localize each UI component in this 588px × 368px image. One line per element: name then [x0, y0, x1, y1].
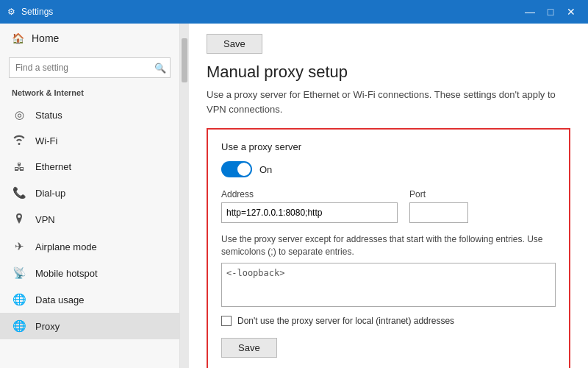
- ethernet-icon: 🖧: [12, 160, 26, 173]
- content-area: Save Manual proxy setup Use a proxy serv…: [189, 24, 588, 368]
- title-bar-title: Settings: [21, 7, 53, 17]
- scrollbar[interactable]: [180, 24, 189, 368]
- exceptions-label: Use the proxy server except for addresse…: [221, 233, 556, 258]
- sidebar-item-dialup[interactable]: 📞 Dial-up: [0, 180, 179, 206]
- search-icon: 🔍: [154, 63, 166, 74]
- sidebar-label-airplane: Airplane mode: [35, 241, 97, 252]
- sidebar-item-wifi[interactable]: Wi-Fi: [0, 128, 179, 154]
- maximize-button[interactable]: □: [541, 2, 560, 21]
- sidebar-item-ethernet[interactable]: 🖧 Ethernet: [0, 154, 179, 180]
- title-bar-left: ⚙ Settings: [7, 7, 53, 17]
- title-bar-controls: — □ ✕: [520, 2, 581, 21]
- sidebar-label-dialup: Dial-up: [35, 188, 65, 199]
- datausage-icon: 🌐: [12, 293, 26, 306]
- title-bar: ⚙ Settings — □ ✕: [0, 0, 588, 24]
- sidebar-label-hotspot: Mobile hotspot: [35, 268, 98, 279]
- address-label: Address: [221, 189, 398, 199]
- checkbox-row[interactable]: Don't use the proxy server for local (in…: [221, 316, 556, 326]
- proxy-box-title: Use a proxy server: [221, 141, 556, 152]
- checkbox-label: Don't use the proxy server for local (in…: [237, 316, 454, 326]
- minimize-button[interactable]: —: [520, 2, 539, 21]
- proxy-box: Use a proxy server On Address Port: [207, 128, 570, 368]
- sidebar-item-datausage[interactable]: 🌐 Data usage: [0, 286, 179, 313]
- home-label: Home: [32, 32, 59, 44]
- close-button[interactable]: ✕: [562, 2, 581, 21]
- exceptions-textarea[interactable]: <-loopback>: [221, 263, 556, 307]
- settings-gear-icon: ⚙: [7, 7, 15, 17]
- sidebar-label-vpn: VPN: [35, 214, 55, 225]
- sidebar: 🏠 Home 🔍 Network & Internet ◎ Status Wi-…: [0, 24, 180, 368]
- hotspot-icon: 📡: [12, 266, 26, 280]
- sidebar-item-home[interactable]: 🏠 Home: [0, 24, 179, 53]
- sidebar-label-proxy: Proxy: [35, 321, 60, 332]
- search-input[interactable]: [9, 57, 171, 78]
- scrollbar-thumb[interactable]: [182, 38, 187, 82]
- bottom-save-button[interactable]: Save: [221, 338, 277, 358]
- sidebar-item-status[interactable]: ◎ Status: [0, 102, 179, 128]
- page-title: Manual proxy setup: [207, 63, 570, 82]
- page-description: Use a proxy server for Ethernet or Wi-Fi…: [207, 88, 570, 116]
- sidebar-label-ethernet: Ethernet: [35, 161, 71, 172]
- content-with-scroll: Save Manual proxy setup Use a proxy serv…: [180, 24, 588, 368]
- main-layout: 🏠 Home 🔍 Network & Internet ◎ Status Wi-…: [0, 24, 588, 368]
- dialup-icon: 📞: [12, 186, 26, 199]
- sidebar-label-datausage: Data usage: [35, 294, 85, 305]
- sidebar-label-wifi: Wi-Fi: [35, 135, 57, 146]
- wifi-icon: [12, 135, 26, 147]
- top-save-button[interactable]: Save: [207, 34, 262, 54]
- sidebar-item-vpn[interactable]: VPN: [0, 206, 179, 233]
- port-label: Port: [409, 189, 468, 199]
- home-icon: 🏠: [12, 32, 24, 44]
- airplane-icon: ✈: [12, 240, 26, 253]
- search-box: 🔍: [9, 57, 171, 78]
- toggle-label: On: [259, 164, 272, 175]
- top-save-container: Save: [207, 34, 570, 54]
- proxy-icon: 🌐: [12, 319, 26, 333]
- address-field-group: Address: [221, 189, 398, 223]
- port-field-group: Port: [409, 189, 468, 223]
- sidebar-item-hotspot[interactable]: 📡 Mobile hotspot: [0, 260, 179, 286]
- sidebar-item-proxy[interactable]: 🌐 Proxy: [0, 313, 179, 339]
- proxy-toggle[interactable]: [221, 161, 252, 177]
- sidebar-label-status: Status: [35, 110, 62, 121]
- fields-row: Address Port: [221, 189, 556, 223]
- bottom-save-container: Save: [221, 338, 556, 358]
- port-input[interactable]: [409, 202, 468, 223]
- toggle-row: On: [221, 161, 556, 177]
- sidebar-item-airplane[interactable]: ✈ Airplane mode: [0, 233, 179, 260]
- section-label: Network & Internet: [0, 85, 179, 102]
- address-input[interactable]: [221, 202, 398, 223]
- local-addresses-checkbox[interactable]: [221, 316, 232, 326]
- status-icon: ◎: [12, 108, 26, 121]
- vpn-icon: [12, 213, 26, 227]
